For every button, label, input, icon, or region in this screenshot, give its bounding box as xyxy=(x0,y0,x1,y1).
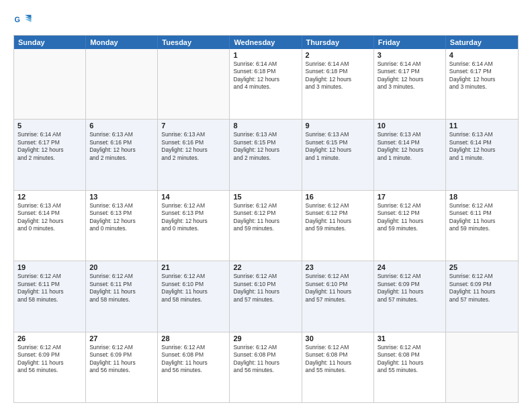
cal-cell-day-4: 4Sunrise: 6:14 AM Sunset: 6:17 PM Daylig… xyxy=(446,49,518,119)
day-info: Sunrise: 6:12 AM Sunset: 6:09 PM Dayligh… xyxy=(449,273,515,304)
cal-row-1: 5Sunrise: 6:14 AM Sunset: 6:17 PM Daylig… xyxy=(14,119,518,189)
day-number: 26 xyxy=(17,334,82,342)
day-number: 18 xyxy=(449,193,515,201)
day-info: Sunrise: 6:12 AM Sunset: 6:11 PM Dayligh… xyxy=(449,202,515,233)
day-info: Sunrise: 6:12 AM Sunset: 6:12 PM Dayligh… xyxy=(306,202,370,233)
cal-cell-day-24: 24Sunrise: 6:12 AM Sunset: 6:09 PM Dayli… xyxy=(374,261,446,331)
day-number: 19 xyxy=(17,263,82,271)
day-info: Sunrise: 6:12 AM Sunset: 6:10 PM Dayligh… xyxy=(161,273,226,304)
day-number: 10 xyxy=(378,122,442,130)
cal-cell-day-7: 7Sunrise: 6:13 AM Sunset: 6:16 PM Daylig… xyxy=(158,120,230,189)
day-number: 14 xyxy=(161,193,226,201)
day-number: 24 xyxy=(378,263,442,271)
day-number: 11 xyxy=(449,122,515,130)
cal-header-wednesday: Wednesday xyxy=(230,36,302,49)
day-info: Sunrise: 6:12 AM Sunset: 6:08 PM Dayligh… xyxy=(161,344,226,375)
day-number: 3 xyxy=(378,51,442,59)
page: G SundayMondayTuesdayWednesdayThursdayFr… xyxy=(0,0,532,411)
day-number: 9 xyxy=(306,122,370,130)
cal-cell-day-12: 12Sunrise: 6:13 AM Sunset: 6:14 PM Dayli… xyxy=(14,191,86,261)
day-info: Sunrise: 6:12 AM Sunset: 6:09 PM Dayligh… xyxy=(378,273,442,304)
day-info: Sunrise: 6:13 AM Sunset: 6:14 PM Dayligh… xyxy=(378,131,442,162)
day-info: Sunrise: 6:13 AM Sunset: 6:14 PM Dayligh… xyxy=(449,131,515,162)
day-info: Sunrise: 6:14 AM Sunset: 6:18 PM Dayligh… xyxy=(306,60,370,91)
day-info: Sunrise: 6:12 AM Sunset: 6:12 PM Dayligh… xyxy=(233,202,298,233)
cal-row-4: 26Sunrise: 6:12 AM Sunset: 6:09 PM Dayli… xyxy=(14,332,518,402)
calendar-body: 1Sunrise: 6:14 AM Sunset: 6:18 PM Daylig… xyxy=(14,49,518,402)
day-number: 6 xyxy=(89,122,154,130)
cal-cell-day-21: 21Sunrise: 6:12 AM Sunset: 6:10 PM Dayli… xyxy=(158,261,230,331)
cal-cell-day-16: 16Sunrise: 6:12 AM Sunset: 6:12 PM Dayli… xyxy=(302,191,374,261)
day-info: Sunrise: 6:12 AM Sunset: 6:13 PM Dayligh… xyxy=(161,202,226,233)
cal-header-friday: Friday xyxy=(374,36,446,49)
cal-cell-day-14: 14Sunrise: 6:12 AM Sunset: 6:13 PM Dayli… xyxy=(158,191,230,261)
day-info: Sunrise: 6:12 AM Sunset: 6:08 PM Dayligh… xyxy=(378,344,442,375)
header: G xyxy=(13,11,519,30)
day-info: Sunrise: 6:12 AM Sunset: 6:09 PM Dayligh… xyxy=(89,344,154,375)
cal-cell-day-9: 9Sunrise: 6:13 AM Sunset: 6:15 PM Daylig… xyxy=(302,120,374,189)
day-info: Sunrise: 6:14 AM Sunset: 6:17 PM Dayligh… xyxy=(449,60,515,91)
cal-cell-day-20: 20Sunrise: 6:12 AM Sunset: 6:11 PM Dayli… xyxy=(86,261,158,331)
svg-marker-3 xyxy=(25,19,31,22)
day-number: 28 xyxy=(161,334,226,342)
day-info: Sunrise: 6:12 AM Sunset: 6:10 PM Dayligh… xyxy=(306,273,370,304)
logo: G xyxy=(13,11,35,30)
day-number: 20 xyxy=(89,263,154,271)
day-info: Sunrise: 6:12 AM Sunset: 6:09 PM Dayligh… xyxy=(17,344,82,375)
cal-header-thursday: Thursday xyxy=(302,36,374,49)
cal-cell-day-1: 1Sunrise: 6:14 AM Sunset: 6:18 PM Daylig… xyxy=(230,49,302,119)
day-number: 23 xyxy=(306,263,370,271)
cal-header-tuesday: Tuesday xyxy=(158,36,230,49)
day-number: 30 xyxy=(306,334,370,342)
day-info: Sunrise: 6:12 AM Sunset: 6:08 PM Dayligh… xyxy=(233,344,298,375)
calendar: SundayMondayTuesdayWednesdayThursdayFrid… xyxy=(13,35,519,403)
cal-row-0: 1Sunrise: 6:14 AM Sunset: 6:18 PM Daylig… xyxy=(14,49,518,119)
day-number: 31 xyxy=(378,334,442,342)
day-number: 25 xyxy=(449,263,515,271)
cal-cell-empty xyxy=(14,49,86,119)
day-number: 13 xyxy=(89,193,154,201)
cal-cell-day-19: 19Sunrise: 6:12 AM Sunset: 6:11 PM Dayli… xyxy=(14,261,86,331)
cal-cell-day-3: 3Sunrise: 6:14 AM Sunset: 6:17 PM Daylig… xyxy=(374,49,446,119)
day-number: 8 xyxy=(233,122,298,130)
day-number: 29 xyxy=(233,334,298,342)
day-number: 1 xyxy=(233,51,298,59)
cal-cell-day-13: 13Sunrise: 6:13 AM Sunset: 6:13 PM Dayli… xyxy=(86,191,158,261)
cal-header-saturday: Saturday xyxy=(446,36,518,49)
day-info: Sunrise: 6:12 AM Sunset: 6:10 PM Dayligh… xyxy=(233,273,298,304)
day-number: 12 xyxy=(17,193,82,201)
cal-cell-day-18: 18Sunrise: 6:12 AM Sunset: 6:11 PM Dayli… xyxy=(446,191,518,261)
day-number: 2 xyxy=(306,51,370,59)
day-info: Sunrise: 6:14 AM Sunset: 6:17 PM Dayligh… xyxy=(17,131,82,162)
cal-cell-day-26: 26Sunrise: 6:12 AM Sunset: 6:09 PM Dayli… xyxy=(14,332,86,402)
day-info: Sunrise: 6:13 AM Sunset: 6:16 PM Dayligh… xyxy=(161,131,226,162)
cal-header-sunday: Sunday xyxy=(14,36,86,49)
cal-cell-day-5: 5Sunrise: 6:14 AM Sunset: 6:17 PM Daylig… xyxy=(14,120,86,189)
day-number: 27 xyxy=(89,334,154,342)
day-info: Sunrise: 6:12 AM Sunset: 6:12 PM Dayligh… xyxy=(378,202,442,233)
day-info: Sunrise: 6:13 AM Sunset: 6:16 PM Dayligh… xyxy=(89,131,154,162)
day-info: Sunrise: 6:12 AM Sunset: 6:08 PM Dayligh… xyxy=(306,344,370,375)
cal-cell-day-25: 25Sunrise: 6:12 AM Sunset: 6:09 PM Dayli… xyxy=(446,261,518,331)
cal-cell-day-8: 8Sunrise: 6:13 AM Sunset: 6:15 PM Daylig… xyxy=(230,120,302,189)
day-info: Sunrise: 6:13 AM Sunset: 6:15 PM Dayligh… xyxy=(306,131,370,162)
cal-cell-day-28: 28Sunrise: 6:12 AM Sunset: 6:08 PM Dayli… xyxy=(158,332,230,402)
day-number: 21 xyxy=(161,263,226,271)
cal-cell-empty xyxy=(158,49,230,119)
day-info: Sunrise: 6:13 AM Sunset: 6:13 PM Dayligh… xyxy=(89,202,154,233)
cal-cell-day-2: 2Sunrise: 6:14 AM Sunset: 6:18 PM Daylig… xyxy=(302,49,374,119)
day-number: 16 xyxy=(306,193,370,201)
day-number: 17 xyxy=(378,193,442,201)
day-info: Sunrise: 6:13 AM Sunset: 6:15 PM Dayligh… xyxy=(233,131,298,162)
cal-cell-day-30: 30Sunrise: 6:12 AM Sunset: 6:08 PM Dayli… xyxy=(302,332,374,402)
day-info: Sunrise: 6:13 AM Sunset: 6:14 PM Dayligh… xyxy=(17,202,82,233)
day-info: Sunrise: 6:12 AM Sunset: 6:11 PM Dayligh… xyxy=(89,273,154,304)
cal-cell-day-22: 22Sunrise: 6:12 AM Sunset: 6:10 PM Dayli… xyxy=(230,261,302,331)
day-number: 4 xyxy=(449,51,515,59)
day-number: 15 xyxy=(233,193,298,201)
day-number: 7 xyxy=(161,122,226,130)
cal-cell-day-23: 23Sunrise: 6:12 AM Sunset: 6:10 PM Dayli… xyxy=(302,261,374,331)
logo-icon: G xyxy=(13,11,32,30)
cal-row-3: 19Sunrise: 6:12 AM Sunset: 6:11 PM Dayli… xyxy=(14,261,518,331)
cal-cell-day-11: 11Sunrise: 6:13 AM Sunset: 6:14 PM Dayli… xyxy=(446,120,518,189)
